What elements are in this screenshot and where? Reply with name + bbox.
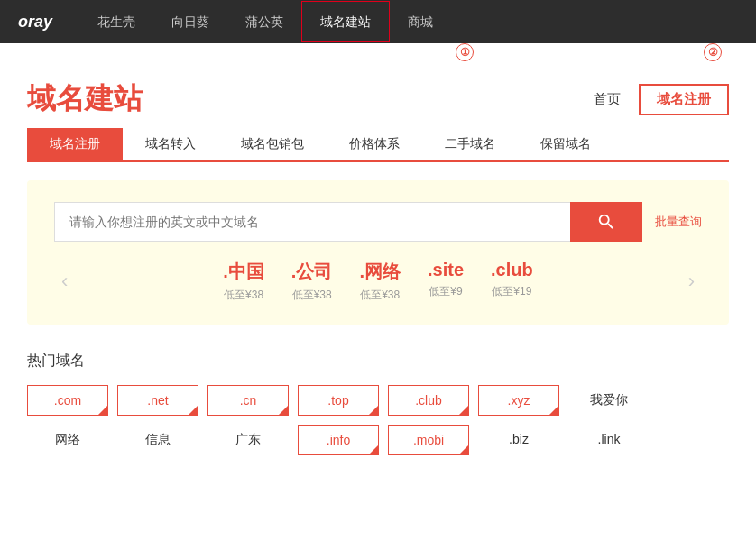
logo: oray (18, 13, 52, 32)
next-arrow[interactable]: › (681, 270, 702, 293)
ext-price-zhongguo: 低至¥38 (223, 288, 264, 303)
tab-domain-transfer[interactable]: 域名转入 (123, 128, 218, 160)
hot-row-1: .com .net .cn .top .club .xyz 我爱你 (27, 385, 729, 416)
ext-price-gongsi: 低至¥38 (291, 288, 333, 303)
ext-price-wangluo: 低至¥38 (359, 288, 401, 303)
domain-register-button[interactable]: 域名注册 (639, 84, 729, 115)
ext-price-site: 低至¥9 (428, 284, 464, 299)
ext-name-club: .club (491, 260, 533, 280)
search-input[interactable] (54, 202, 570, 242)
annotation-row: ① ② (0, 43, 756, 61)
hot-title: 热门域名 (27, 352, 729, 371)
hot-tag-cn[interactable]: .cn (207, 385, 289, 416)
hot-tag-club[interactable]: .club (388, 385, 469, 416)
ext-price-club: 低至¥19 (491, 284, 533, 299)
search-box: 批量查询 (54, 202, 702, 242)
top-navigation: oray 花生壳 向日葵 蒲公英 域名建站 商城 (0, 0, 756, 43)
hot-row-2: 网络 信息 广东 .info .mobi .biz .link (27, 425, 729, 455)
extensions-row: ‹ .中国 低至¥38 .公司 低至¥38 .网络 低至¥38 .site 低至… (54, 260, 702, 303)
nav-item-pugongying[interactable]: 蒲公英 (227, 0, 301, 43)
hot-tag-woaini[interactable]: 我爱你 (568, 385, 650, 416)
nav-item-xiangrikui[interactable]: 向日葵 (153, 0, 227, 43)
hot-tag-top[interactable]: .top (298, 385, 379, 416)
home-link[interactable]: 首页 (594, 91, 621, 108)
page-title: 域名建站 (27, 79, 143, 119)
prev-arrow[interactable]: ‹ (54, 270, 75, 293)
ext-name-gongsi: .公司 (291, 260, 333, 284)
hot-tag-wangluo[interactable]: 网络 (27, 425, 108, 455)
search-area: 批量查询 ‹ .中国 低至¥38 .公司 低至¥38 .网络 低至¥38 .si… (27, 180, 729, 325)
hot-tag-xinxi[interactable]: 信息 (117, 425, 198, 455)
header-area: 域名建站 首页 域名注册 (0, 65, 756, 128)
tab-reserved[interactable]: 保留域名 (518, 128, 613, 160)
annotation-1: ① (456, 43, 474, 61)
ext-wangluo[interactable]: .网络 低至¥38 (359, 260, 401, 303)
tab-price[interactable]: 价格体系 (327, 128, 422, 160)
ext-zhongguo[interactable]: .中国 低至¥38 (223, 260, 264, 303)
tab-domain-package[interactable]: 域名包销包 (218, 128, 327, 160)
hot-tag-com[interactable]: .com (27, 385, 108, 416)
search-button[interactable] (570, 202, 642, 242)
ext-items: .中国 低至¥38 .公司 低至¥38 .网络 低至¥38 .site 低至¥9… (75, 260, 680, 303)
tabs-bar: 域名注册 域名转入 域名包销包 价格体系 二手域名 保留域名 (27, 128, 729, 162)
ext-name-wangluo: .网络 (359, 260, 401, 284)
tab-domain-register[interactable]: 域名注册 (27, 128, 123, 160)
ext-club[interactable]: .club 低至¥19 (491, 260, 533, 303)
nav-item-mall[interactable]: 商城 (390, 0, 451, 43)
ext-gongsi[interactable]: .公司 低至¥38 (291, 260, 333, 303)
hot-tag-info[interactable]: .info (298, 425, 379, 455)
nav-item-huashengke[interactable]: 花生壳 (79, 0, 153, 43)
search-icon (596, 212, 616, 232)
hot-section: 热门域名 .com .net .cn .top .club .xyz 我爱你 网… (0, 343, 756, 482)
hot-tag-mobi[interactable]: .mobi (388, 425, 469, 455)
ext-site[interactable]: .site 低至¥9 (428, 260, 464, 303)
ext-name-site: .site (428, 260, 464, 280)
header-right: 首页 域名注册 (594, 84, 729, 115)
nav-items: 花生壳 向日葵 蒲公英 域名建站 商城 (79, 0, 451, 43)
batch-query-link[interactable]: 批量查询 (655, 214, 702, 230)
tab-secondhand[interactable]: 二手域名 (422, 128, 518, 160)
hot-tag-biz[interactable]: .biz (478, 425, 559, 455)
nav-item-domain[interactable]: 域名建站 (301, 1, 390, 42)
annotation-2: ② (704, 43, 722, 61)
hot-tag-net[interactable]: .net (117, 385, 198, 416)
hot-tag-xyz[interactable]: .xyz (478, 385, 559, 416)
ext-name-zhongguo: .中国 (223, 260, 264, 284)
hot-tag-guangdong[interactable]: 广东 (207, 425, 289, 455)
hot-tag-link[interactable]: .link (568, 425, 650, 455)
